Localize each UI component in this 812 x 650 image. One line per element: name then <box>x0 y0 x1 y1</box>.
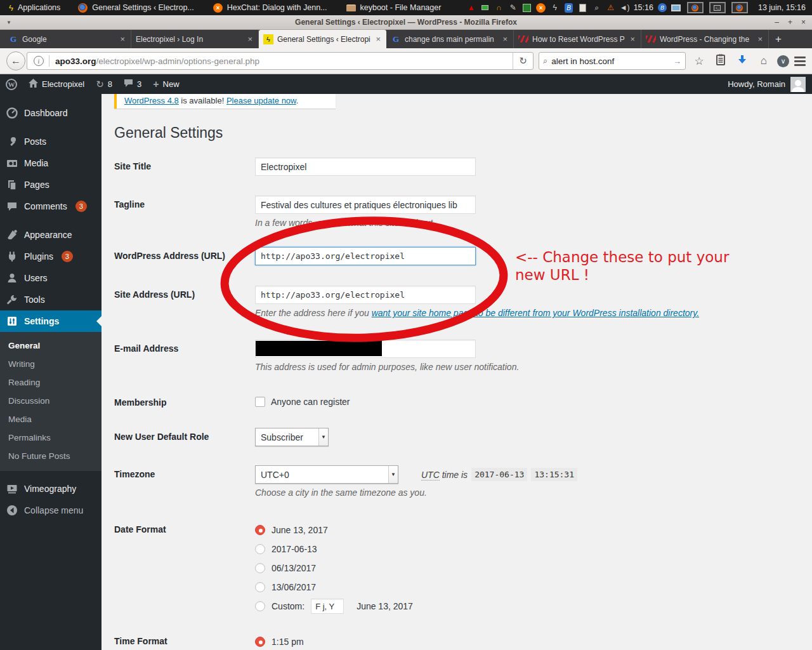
taskbar-item-firefox[interactable]: General Settings ‹ Electrop... <box>72 0 200 15</box>
display-icon[interactable] <box>671 3 681 13</box>
tab-wordpress-changing[interactable]: WordPress - Changing the × <box>641 30 769 48</box>
wp-logo-menu[interactable]: W <box>0 74 23 94</box>
comments-menu[interactable]: 3 <box>118 74 147 94</box>
wordpress-icon: W <box>6 79 17 90</box>
taskbar-item-file-manager[interactable]: keyboot - File Manager <box>340 0 448 15</box>
headphones-icon[interactable]: ∩ <box>494 3 504 13</box>
custom-date-format-input[interactable] <box>311 599 344 614</box>
date-format-radio[interactable] <box>255 525 265 535</box>
submenu-general[interactable]: General <box>0 336 102 355</box>
howdy-greeting[interactable]: Howdy, Romain <box>728 79 785 89</box>
search-input[interactable]: ⌕ alert in host.conf → <box>539 52 686 70</box>
sidebar-item-plugins[interactable]: Plugins 3 <box>0 246 102 267</box>
back-button[interactable]: ← <box>6 51 25 70</box>
search-go-icon[interactable]: → <box>673 56 681 66</box>
tray-indicator-icon[interactable]: ▲ <box>466 3 476 13</box>
new-content-menu[interactable]: + New <box>147 74 185 94</box>
updates-menu[interactable]: ↻ 8 <box>90 74 118 94</box>
tab-general-settings[interactable]: ϟ General Settings ‹ Electropi × <box>259 30 386 48</box>
wp-address-input[interactable] <box>255 247 476 265</box>
tab-close-icon[interactable]: × <box>501 34 509 44</box>
reading-list-icon[interactable] <box>712 54 729 69</box>
stylus-icon[interactable]: ✎ <box>508 3 518 13</box>
minimize-button[interactable]: – <box>775 18 779 27</box>
search-doc-icon[interactable]: ⌕ <box>592 3 602 13</box>
collapse-menu-button[interactable]: Collapse menu <box>0 500 102 521</box>
sidebar-item-settings[interactable]: Settings <box>0 310 102 332</box>
tab-close-icon[interactable]: × <box>756 34 764 44</box>
new-tab-button[interactable]: + <box>769 30 788 48</box>
chevron-down-icon: ▼ <box>388 466 398 483</box>
wp-address-label: WordPress Address (URL) <box>114 247 255 261</box>
sidebar-item-vimeography[interactable]: Vimeography <box>0 478 102 500</box>
default-role-select[interactable]: Subscriber ▼ <box>255 428 329 446</box>
tab-electropixel-login[interactable]: Electropixel › Log In × <box>131 30 259 48</box>
date-format-radio[interactable] <box>255 582 265 592</box>
submenu-writing[interactable]: Writing <box>0 355 102 373</box>
sidebar-item-tools[interactable]: Tools <box>0 289 102 310</box>
bookmark-star-icon[interactable]: ☆ <box>691 55 707 68</box>
submenu-reading[interactable]: Reading <box>0 373 102 392</box>
tagline-input[interactable] <box>255 196 476 214</box>
sidebar-item-users[interactable]: Users <box>0 267 102 289</box>
wordpress-version-link[interactable]: WordPress 4.8 <box>124 96 179 105</box>
visit-site-link[interactable]: Electropixel <box>23 74 90 94</box>
warning-icon[interactable]: ⚠ <box>606 3 616 13</box>
tray-clock[interactable]: 15:16 <box>634 3 653 12</box>
menu-icon[interactable] <box>794 55 806 68</box>
downloads-icon[interactable] <box>734 55 750 68</box>
tab-reset-wordpress[interactable]: How to Reset WordPress P × <box>514 30 641 48</box>
volume-icon[interactable]: ◄) <box>620 3 630 13</box>
update-now-link[interactable]: Please update now <box>226 96 296 105</box>
sidebar-item-media[interactable]: Media <box>0 152 102 174</box>
applications-menu[interactable]: ϟ Applications <box>4 0 65 15</box>
site-address-input[interactable] <box>255 286 476 304</box>
sidebar-item-comments[interactable]: Comments 3 <box>0 196 102 217</box>
time-format-radio[interactable] <box>255 637 265 647</box>
tab-change-dns[interactable]: G change dns main permalin × <box>386 30 514 48</box>
sidebar-item-posts[interactable]: Posts <box>0 131 102 152</box>
workspace-3[interactable] <box>731 2 748 13</box>
close-button[interactable]: × <box>801 18 806 27</box>
reload-icon[interactable]: ↻ <box>513 53 533 69</box>
system-monitor-icon[interactable] <box>522 3 532 13</box>
date-clock[interactable]: 13 juin, 15:16 <box>758 3 806 12</box>
url-path: /electropixel/wp-admin/options-general.p… <box>96 56 513 66</box>
tab-close-icon[interactable]: × <box>374 34 382 44</box>
clipboard-icon[interactable] <box>578 3 588 13</box>
hexchat-tray-icon[interactable]: × <box>536 3 546 13</box>
submenu-discussion[interactable]: Discussion <box>0 392 102 410</box>
date-format-radio[interactable] <box>255 563 265 573</box>
maximize-button[interactable]: + <box>788 18 792 27</box>
submenu-no-future-posts[interactable]: No Future Posts <box>0 447 102 465</box>
anyone-can-register-checkbox[interactable] <box>255 397 265 407</box>
site-title-input[interactable] <box>255 157 476 176</box>
workspace-2[interactable]: ›_ <box>709 2 726 13</box>
timezone-select[interactable]: UTC+0 ▼ <box>255 465 398 484</box>
site-info-icon[interactable]: i <box>34 56 44 66</box>
window-menu-icon[interactable]: ▼ <box>6 20 11 25</box>
sidebar-item-pages[interactable]: Pages <box>0 174 102 196</box>
tab-close-icon[interactable]: × <box>246 34 254 44</box>
date-format-radio[interactable] <box>255 544 265 554</box>
home-icon[interactable]: ⌂ <box>756 55 772 67</box>
site-home-link[interactable]: want your site home page to be different… <box>372 308 699 318</box>
submenu-permalinks[interactable]: Permalinks <box>0 428 102 447</box>
bluetooth-icon[interactable]: B <box>564 3 574 13</box>
bluetooth-applet-icon[interactable]: B <box>657 3 667 13</box>
tab-label: Google <box>22 35 115 44</box>
pocket-icon[interactable]: ∨ <box>777 55 789 67</box>
workspace-1[interactable] <box>687 2 704 13</box>
tab-close-icon[interactable]: × <box>629 34 636 44</box>
battery-icon[interactable] <box>480 3 490 13</box>
date-format-custom-radio[interactable] <box>255 601 265 611</box>
sidebar-item-appearance[interactable]: Appearance <box>0 224 102 246</box>
tab-close-icon[interactable]: × <box>119 34 126 44</box>
sidebar-item-dashboard[interactable]: Dashboard <box>0 102 102 124</box>
tab-google[interactable]: G Google × <box>4 30 131 48</box>
taskbar-item-hexchat[interactable]: × HexChat: Dialog with Jenn... <box>207 0 334 15</box>
avatar[interactable] <box>790 77 806 92</box>
url-bar[interactable]: i apo33.org /electropixel/wp-admin/optio… <box>27 52 534 70</box>
submenu-media[interactable]: Media <box>0 410 102 428</box>
power-icon[interactable]: ϟ <box>550 3 560 13</box>
